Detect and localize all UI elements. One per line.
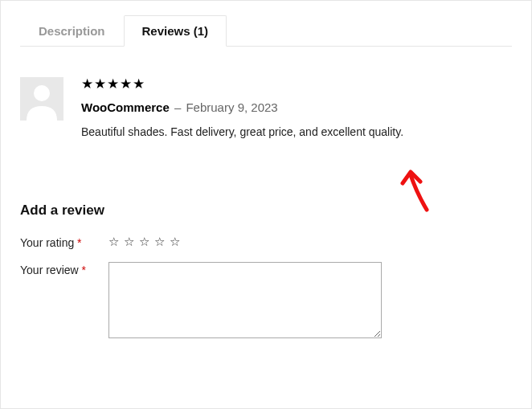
add-review-form: Add a review Your rating * ☆☆☆☆☆ Your re… <box>20 202 512 338</box>
avatar <box>20 77 63 121</box>
product-tabs: Description Reviews (1) <box>20 15 512 47</box>
star-2-icon[interactable]: ☆ <box>124 235 139 248</box>
meta-separator: – <box>174 100 181 114</box>
review-text: Beautiful shades. Fast delivery, great p… <box>81 125 512 138</box>
review-label: Your review * <box>20 262 108 276</box>
tab-description[interactable]: Description <box>20 15 124 47</box>
rating-input[interactable]: ☆☆☆☆☆ <box>108 235 185 249</box>
form-title: Add a review <box>20 202 512 219</box>
review-item: ★★★★★ WooCommerce – February 9, 2023 Bea… <box>20 47 512 138</box>
svg-point-1 <box>34 85 50 101</box>
rating-label: Your rating * <box>20 235 108 249</box>
tab-reviews[interactable]: Reviews (1) <box>124 15 227 47</box>
star-3-icon[interactable]: ☆ <box>139 235 154 248</box>
star-4-icon[interactable]: ☆ <box>154 235 170 248</box>
star-5-icon[interactable]: ☆ <box>170 235 185 248</box>
review-author: WooCommerce <box>81 100 170 114</box>
review-meta: WooCommerce – February 9, 2023 <box>81 100 512 114</box>
review-textarea[interactable] <box>108 262 382 338</box>
star-1-icon[interactable]: ☆ <box>108 235 124 248</box>
review-date: February 9, 2023 <box>186 100 277 114</box>
star-rating-display: ★★★★★ <box>81 77 512 91</box>
